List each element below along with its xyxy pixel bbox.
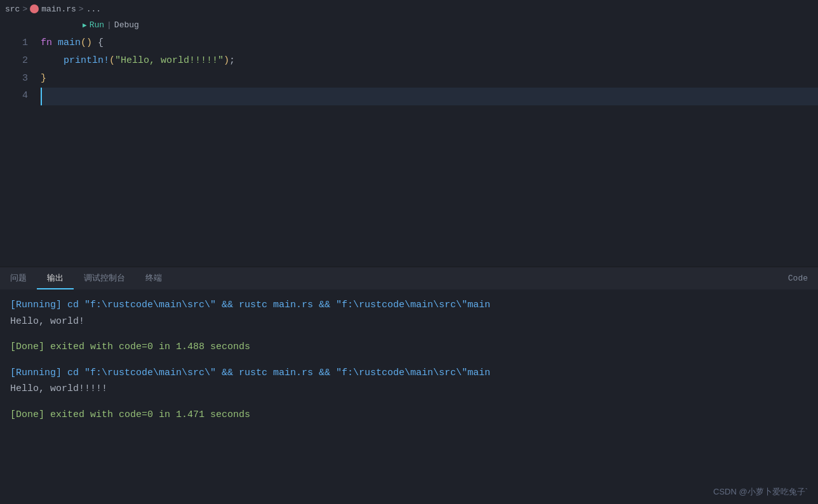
paren-macro-close: ) bbox=[224, 55, 229, 66]
run-triangle-icon: ▶ bbox=[83, 21, 87, 29]
line-number-4: 4 bbox=[0, 87, 28, 105]
tab-issues[interactable]: 问题 bbox=[0, 267, 37, 289]
output-done-1: [Done] exited with code=0 in 1.488 secon… bbox=[10, 339, 808, 355]
output-normal-1: Hello, world! bbox=[10, 314, 808, 330]
run-debug-separator: | bbox=[107, 20, 112, 30]
line-number-3: 3 bbox=[0, 70, 28, 88]
output-normal-2: Hello, world!!!!! bbox=[10, 381, 808, 397]
output-blank-3 bbox=[10, 397, 808, 407]
breadcrumb-filename: main.rs bbox=[41, 4, 76, 14]
run-label[interactable]: Run bbox=[90, 20, 104, 30]
tab-output[interactable]: 输出 bbox=[37, 267, 74, 289]
macro-println: println! bbox=[64, 55, 109, 66]
fn-name-main: main bbox=[58, 37, 81, 48]
editor-area: src > main.rs > ... ▶ Run | Debug 1 2 3 … bbox=[0, 0, 818, 267]
code-editor[interactable]: 1 2 3 4 fn main() { println!("Hello, wor… bbox=[0, 32, 818, 267]
keyword-fn: fn bbox=[41, 37, 58, 48]
debug-label[interactable]: Debug bbox=[114, 20, 139, 30]
code-content[interactable]: fn main() { println!("Hello, world!!!!!"… bbox=[38, 34, 818, 267]
output-running-1: [Running] cd "f:\rustcode\main\src\" && … bbox=[10, 297, 808, 314]
line-number-2: 2 bbox=[0, 52, 28, 70]
line-numbers: 1 2 3 4 bbox=[0, 34, 38, 267]
paren-macro-open: ( bbox=[109, 55, 115, 66]
rust-file-icon bbox=[30, 4, 39, 13]
breadcrumb-more: ... bbox=[86, 4, 101, 14]
code-line-1: fn main() { bbox=[41, 34, 818, 52]
line-number-1: 1 bbox=[0, 34, 28, 52]
paren-open: () bbox=[81, 37, 92, 48]
code-line-2: println!("Hello, world!!!!!"); bbox=[41, 52, 818, 70]
output-blank-2 bbox=[10, 355, 808, 365]
code-line-3: } bbox=[41, 70, 818, 88]
output-running-2: [Running] cd "f:\rustcode\main\src\" && … bbox=[10, 365, 808, 381]
breadcrumb-src: src bbox=[5, 4, 20, 14]
string-hello: "Hello, world!!!!!" bbox=[115, 55, 224, 66]
watermark: CSDN @小萝卜爱吃兔子` bbox=[713, 486, 808, 498]
code-line-4 bbox=[41, 88, 818, 105]
run-debug-bar: ▶ Run | Debug bbox=[0, 18, 818, 32]
brace-open: { bbox=[92, 37, 104, 48]
panel-tabs: 问题 输出 调试控制台 终端 Code bbox=[0, 267, 818, 289]
output-done-2: [Done] exited with code=0 in 1.471 secon… bbox=[10, 407, 808, 423]
output-blank-1 bbox=[10, 329, 808, 339]
tab-code-label: Code bbox=[778, 267, 818, 289]
semicolon: ; bbox=[229, 55, 235, 66]
tab-spacer bbox=[172, 267, 778, 289]
output-area[interactable]: [Running] cd "f:\rustcode\main\src\" && … bbox=[0, 289, 818, 504]
brace-close: } bbox=[41, 73, 46, 84]
breadcrumb-sep1: > bbox=[22, 4, 27, 14]
breadcrumb-file: main.rs bbox=[30, 4, 76, 14]
breadcrumb-sep2: > bbox=[79, 4, 84, 14]
tab-debug-console[interactable]: 调试控制台 bbox=[74, 267, 135, 289]
tab-terminal[interactable]: 终端 bbox=[135, 267, 172, 289]
breadcrumb: src > main.rs > ... bbox=[0, 0, 818, 18]
panel-container: 问题 输出 调试控制台 终端 Code [Running] cd "f:\rus… bbox=[0, 267, 818, 504]
